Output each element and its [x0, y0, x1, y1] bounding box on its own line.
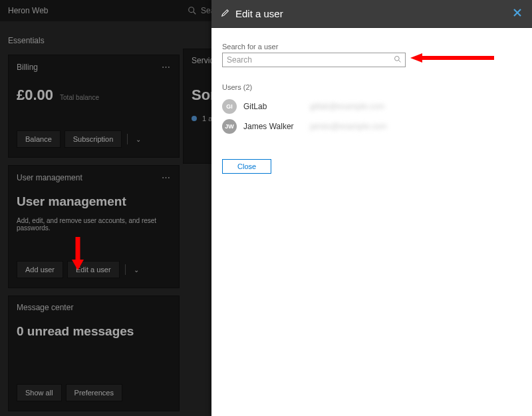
avatar: GI: [222, 99, 237, 114]
card-menu-icon[interactable]: ⋯: [162, 172, 171, 182]
user-email: james@example.com: [310, 122, 387, 131]
close-button[interactable]: Close: [222, 159, 271, 174]
search-label: Search for a user: [222, 43, 521, 51]
search-icon: [188, 6, 197, 15]
panel-title: Edit a user: [235, 8, 283, 19]
avatar: JW: [222, 119, 237, 134]
card-menu-icon[interactable]: ⋯: [162, 62, 171, 72]
user-email: gitlab@example.com: [310, 102, 384, 111]
balance-button[interactable]: Balance: [17, 130, 61, 148]
app-name: Heron Web: [8, 6, 48, 15]
show-all-button[interactable]: Show all: [17, 384, 62, 401]
svg-point-4: [395, 57, 400, 61]
advisory-dot-icon: [192, 116, 197, 121]
user-name: James Walker: [243, 122, 303, 131]
chevron-down-icon[interactable]: ⌄: [131, 264, 142, 276]
edit-user-panel: Edit a user Search for a user Users (2) …: [211, 0, 532, 416]
message-center-heading: 0 unread messages: [17, 324, 171, 339]
panel-body: Search for a user Users (2) GI GitLab gi…: [211, 28, 532, 188]
edit-a-user-button[interactable]: Edit a user: [67, 261, 120, 278]
billing-card-title: Billing: [17, 63, 38, 72]
preferences-button[interactable]: Preferences: [66, 384, 122, 401]
user-management-card-title: User management: [17, 173, 82, 182]
user-name: GitLab: [243, 102, 303, 111]
message-center-card: Message center 0 unread messages Show al…: [8, 296, 180, 411]
billing-amount: £0.00: [17, 87, 53, 104]
panel-header: Edit a user: [211, 0, 532, 28]
user-row[interactable]: JW James Walker james@example.com: [222, 116, 521, 136]
users-heading: Users (2): [222, 83, 521, 91]
divider: [127, 134, 128, 144]
search-icon[interactable]: [394, 55, 402, 65]
chevron-down-icon[interactable]: ⌄: [133, 133, 144, 146]
user-management-heading: User management: [17, 194, 171, 209]
user-management-description: Add, edit, and remove user accounts, and…: [17, 217, 171, 232]
search-input[interactable]: [222, 53, 406, 67]
close-icon[interactable]: [512, 7, 523, 20]
svg-point-0: [189, 7, 194, 13]
svg-line-1: [194, 12, 196, 15]
billing-amount-label: Total balance: [60, 94, 99, 101]
user-management-card: User management ⋯ User management Add, e…: [8, 165, 180, 288]
user-row[interactable]: GI GitLab gitlab@example.com: [222, 97, 521, 116]
pencil-icon: [221, 8, 230, 19]
message-center-card-title: Message center: [17, 303, 73, 312]
subscription-button[interactable]: Subscription: [65, 130, 122, 148]
divider: [125, 264, 126, 275]
add-user-button[interactable]: Add user: [17, 261, 63, 278]
billing-card: Billing ⋯ £0.00 Total balance Balance Su…: [8, 55, 180, 158]
svg-line-5: [399, 61, 401, 63]
